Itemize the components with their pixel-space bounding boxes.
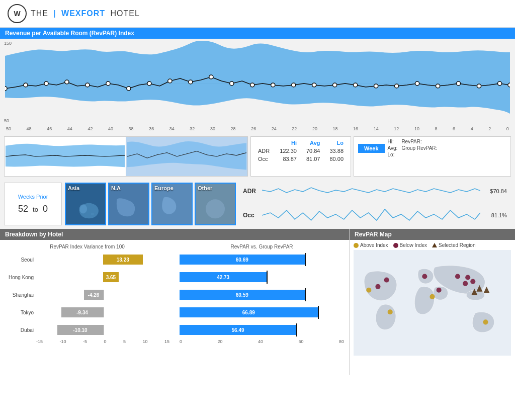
weeks-prior-label: Weeks Prior <box>11 194 55 200</box>
svg-point-39 <box>470 279 475 284</box>
week-button[interactable]: Week <box>358 144 385 153</box>
region-tiles: Asia N.A Europe <box>65 183 236 225</box>
adr-spark-label: ADR <box>243 188 258 195</box>
avg-label: Avg: <box>388 145 398 151</box>
mini-chart-left <box>5 137 126 176</box>
breakdown-header: Breakdown by Hotel <box>0 229 349 240</box>
weeks-region-row: Weeks Prior 52 to 0 Asia N.A <box>0 179 515 229</box>
y-axis-hi: 150 <box>4 41 12 46</box>
svg-point-42 <box>430 294 435 299</box>
weeks-prior-box: Weeks Prior 52 to 0 <box>4 183 62 225</box>
weeks-to[interactable]: 0 <box>43 204 48 214</box>
mini-chart-container[interactable] <box>4 136 248 177</box>
occ-value: 81.1% <box>484 212 507 218</box>
revpar-bar-hk: 42.73 <box>180 272 267 282</box>
region-label-na: N.A <box>111 185 121 191</box>
asia-map <box>66 192 105 224</box>
svg-marker-45 <box>483 287 489 293</box>
occ-row: Occ 81.1% <box>243 205 507 225</box>
weeks-to-label: to <box>33 206 38 213</box>
region-tile-europe[interactable]: Europe <box>151 183 193 225</box>
adr-label-stat: ADR <box>255 147 273 155</box>
stats-table: Hi Avg Lo ADR 122.30 70.84 33.88 Occ 83.… <box>250 136 351 177</box>
adr-occ-area: ADR $70.84 Occ 81.1% <box>239 183 511 225</box>
svg-point-24 <box>477 84 481 88</box>
svg-point-10 <box>189 80 193 84</box>
occ-sparkline <box>262 205 480 225</box>
map-container: RevPAR Map Above Index Below Index Selec… <box>349 229 515 375</box>
revpar-bar-row-tokyo: 66.89 <box>180 304 344 320</box>
svg-point-33 <box>384 278 389 283</box>
above-index-dot <box>354 243 359 248</box>
breakdown-charts: RevPAR Index Variance from 100 Seoul 13.… <box>0 240 349 346</box>
svg-point-15 <box>292 83 296 87</box>
stats-avg-header: Avg <box>300 139 323 147</box>
revpar-vs-bars: 60.69 42.73 60.59 <box>177 251 347 338</box>
logo-the: THE <box>31 9 48 18</box>
svg-point-26 <box>508 83 510 87</box>
revpar-bar-row-hk: 42.73 <box>180 269 344 285</box>
mini-chart-left-svg <box>6 138 125 175</box>
svg-point-38 <box>465 275 470 280</box>
weeks-from[interactable]: 52 <box>18 204 28 214</box>
mini-chart-right-svg <box>127 138 246 175</box>
hotel-bar-row-dubai: Dubai -10.10 <box>5 322 169 338</box>
svg-point-43 <box>483 319 488 324</box>
svg-point-37 <box>463 281 468 286</box>
adr-row: ADR $70.84 <box>243 183 507 200</box>
revpar-bar-tokyo: 66.89 <box>180 307 318 317</box>
controls-row: Hi Avg Lo ADR 122.30 70.84 33.88 Occ 83.… <box>0 134 515 179</box>
hotel-name-hk: Hong Kong <box>5 275 36 280</box>
europe-map <box>152 192 192 224</box>
header: W THE | WEXFORT HOTEL <box>0 0 515 28</box>
revpar-vs-chart: RevPAR vs. Group RevPAR 60.69 42.73 <box>177 242 347 344</box>
revpar-vs-axis: 020406080 <box>177 339 347 344</box>
variance-bars: Seoul 13.23 Hong Kong 3.65 <box>3 251 172 338</box>
variance-chart: RevPAR Index Variance from 100 Seoul 13.… <box>3 242 172 344</box>
occ-avg: 81.07 <box>300 155 323 163</box>
svg-point-17 <box>333 83 337 87</box>
region-tile-na[interactable]: N.A <box>108 183 149 225</box>
adr-avg: 70.84 <box>300 147 323 155</box>
lo-label: Lo: <box>388 152 398 157</box>
svg-point-41 <box>388 309 393 314</box>
svg-point-23 <box>456 81 460 86</box>
revpar-bar-row-shanghai: 60.59 <box>180 287 344 303</box>
selected-region-triangle <box>432 243 437 247</box>
svg-point-5 <box>85 83 90 87</box>
bar-seoul: 13.23 <box>103 255 143 265</box>
svg-point-32 <box>375 284 380 289</box>
week-revpar-info: Hi: RevPAR: Avg: Group RevPAR: Lo: <box>388 139 438 157</box>
variance-title: RevPAR Index Variance from 100 <box>3 244 172 249</box>
stats-hi-header: Hi <box>273 139 300 147</box>
y-axis-lo: 50 <box>4 118 9 123</box>
svg-point-20 <box>395 84 399 88</box>
map-content: Above Index Below Index Selected Region <box>350 240 515 359</box>
logo-hotel: HOTEL <box>111 9 140 18</box>
bar-tokyo: -9.34 <box>61 307 103 317</box>
hotel-bar-row-hk: Hong Kong 3.65 <box>5 269 169 285</box>
map-legend: Above Index Below Index Selected Region <box>354 242 511 248</box>
hotel-bar-row-shanghai: Shanghai -4.26 <box>5 287 169 303</box>
svg-point-28 <box>79 204 87 213</box>
region-label-europe: Europe <box>154 185 174 191</box>
svg-point-13 <box>250 83 254 87</box>
adr-sparkline <box>262 183 480 200</box>
svg-point-2 <box>24 83 28 87</box>
logo-sep: | <box>53 9 56 18</box>
legend-below: Below Index <box>393 242 427 248</box>
region-tile-asia[interactable]: Asia <box>65 183 106 225</box>
world-map-svg <box>354 250 511 356</box>
hotel-name-tokyo: Tokyo <box>5 310 36 315</box>
week-box-header: Week Hi: RevPAR: Avg: Group RevPAR: Lo: <box>358 139 506 157</box>
x-axis-labels: 5048464442403836343230282624222018161412… <box>5 126 510 131</box>
revpar-main-chart <box>5 41 510 126</box>
legend-above: Above Index <box>354 242 388 248</box>
svg-point-40 <box>366 288 371 293</box>
region-tile-other[interactable]: Other <box>195 183 236 225</box>
revpar-header: Revenue per Available Room (RevPAR) Inde… <box>0 28 515 39</box>
map-header: RevPAR Map <box>350 229 515 240</box>
bar-dubai: -10.10 <box>57 325 103 335</box>
svg-point-6 <box>106 81 110 86</box>
stats-lo-header: Lo <box>323 139 347 147</box>
